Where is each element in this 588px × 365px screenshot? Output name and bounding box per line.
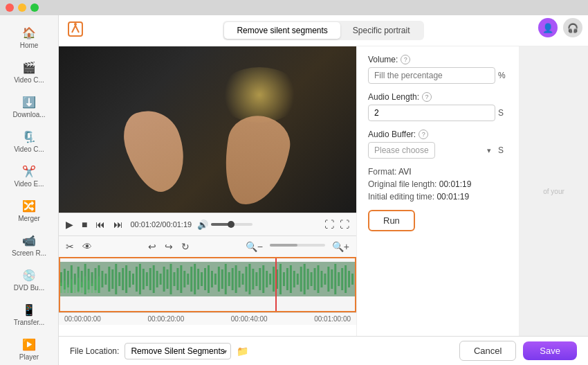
- audio-length-input[interactable]: [368, 105, 495, 121]
- svg-rect-30: [153, 265, 155, 293]
- sidebar-label-video-editor: Video E...: [14, 180, 44, 188]
- svg-rect-72: [297, 274, 299, 285]
- file-location-select[interactable]: Remove Silent Segments: [125, 343, 231, 359]
- svg-rect-90: [64, 281, 66, 293]
- sidebar-item-video-converter[interactable]: 🎬 Video C...: [0, 55, 58, 90]
- video-image: [59, 46, 356, 213]
- stop-button[interactable]: ■: [80, 217, 89, 231]
- sidebar-item-downloader[interactable]: ⬇️ Downloa...: [0, 90, 58, 125]
- audio-buffer-select-wrapper: Please choose: [368, 142, 495, 159]
- svg-rect-31: [156, 271, 158, 287]
- main-content: 👤 🎧 Remove silent segments Specific port…: [59, 15, 588, 365]
- svg-rect-76: [311, 272, 313, 286]
- minimize-button[interactable]: [18, 3, 26, 12]
- zoom-fill: [270, 244, 297, 247]
- save-button[interactable]: Save: [523, 341, 577, 360]
- svg-rect-69: [286, 268, 288, 290]
- right-panel: Volume: ? % Audio Length: ?: [356, 46, 519, 336]
- svg-rect-28: [146, 272, 148, 286]
- svg-rect-18: [111, 269, 113, 289]
- svg-rect-52: [228, 272, 230, 286]
- undo-button[interactable]: ↩: [147, 240, 158, 253]
- video-hand2-effect: [217, 111, 294, 211]
- merge-icon: 🔀: [22, 199, 36, 213]
- svg-rect-60: [255, 272, 257, 286]
- zoom-out-button[interactable]: 🔍−: [244, 240, 264, 253]
- run-button[interactable]: Run: [368, 210, 415, 231]
- sidebar-label-dvd: DVD Bu...: [14, 284, 44, 292]
- eye-button[interactable]: 👁: [81, 240, 93, 253]
- audio-buffer-select[interactable]: Please choose: [368, 142, 435, 159]
- svg-rect-71: [293, 271, 295, 287]
- audio-buffer-help-icon[interactable]: ?: [419, 130, 428, 139]
- dialog-header: Remove silent segments Specific portrait: [59, 15, 588, 46]
- volume-help-icon[interactable]: ?: [401, 55, 410, 64]
- volume-slider[interactable]: [211, 223, 252, 226]
- svg-rect-47: [211, 271, 213, 287]
- right-bg-text: of your: [543, 188, 564, 195]
- svg-rect-46: [208, 265, 210, 293]
- maximize-button[interactable]: [30, 3, 39, 12]
- sidebar-item-player[interactable]: ▶️ Player: [0, 332, 58, 365]
- svg-point-1: [74, 23, 77, 26]
- app-container: 🏠 Home 🎬 Video C... ⬇️ Downloa... 🗜️ Vid…: [0, 15, 588, 365]
- user-avatar[interactable]: 👤: [538, 18, 558, 37]
- fullscreen-button[interactable]: ⛶: [338, 217, 351, 231]
- timeline-marker-0: 00:00:00:00: [64, 315, 101, 323]
- close-button[interactable]: [6, 3, 14, 12]
- tab-remove-silent[interactable]: Remove silent segments: [224, 22, 340, 39]
- svg-rect-74: [304, 264, 306, 294]
- prev-button[interactable]: ⏮: [94, 217, 107, 231]
- svg-rect-32: [160, 274, 162, 285]
- volume-input[interactable]: [368, 67, 495, 84]
- svg-rect-70: [290, 265, 292, 293]
- zoom-slider[interactable]: [270, 244, 325, 247]
- cancel-button[interactable]: Cancel: [459, 341, 516, 361]
- sidebar-item-dvd[interactable]: 💿 DVD Bu...: [0, 263, 58, 298]
- sidebar-item-video-compressor[interactable]: 🗜️ Video C...: [0, 125, 58, 159]
- svg-rect-42: [194, 264, 196, 294]
- redo-button[interactable]: ↪: [163, 240, 174, 253]
- sidebar-item-merger[interactable]: 🔀 Merger: [0, 194, 58, 229]
- svg-rect-75: [307, 269, 309, 290]
- support-icon[interactable]: 🎧: [563, 18, 582, 37]
- play-button[interactable]: ▶: [64, 217, 75, 231]
- svg-rect-89: [60, 283, 62, 293]
- next-button[interactable]: ⏭: [112, 217, 125, 231]
- tab-specific-portrait[interactable]: Specific portrait: [340, 22, 423, 39]
- sidebar-label-screen-recorder: Screen R...: [12, 249, 46, 258]
- svg-rect-45: [204, 268, 206, 290]
- audio-length-help-icon[interactable]: ?: [422, 92, 432, 102]
- initial-editing-label: Initial editing time:: [368, 192, 434, 202]
- sidebar-item-transfer[interactable]: 📱 Transfer...: [0, 298, 58, 332]
- audio-buffer-field-group: Audio Buffer: ? Please choose S: [368, 130, 508, 159]
- sidebar-item-screen-recorder[interactable]: 📹 Screen R...: [0, 229, 58, 263]
- top-icons: 👤 🎧: [538, 18, 582, 37]
- waveform-container: [59, 257, 356, 312]
- svg-rect-7: [74, 274, 76, 285]
- svg-rect-85: [341, 268, 343, 290]
- edit-toolbar: ✂ 👁 ↩ ↪ ↻ 🔍− 🔍+: [59, 235, 356, 257]
- sidebar-item-video-editor[interactable]: ✂️ Video E...: [0, 159, 58, 194]
- redo2-button[interactable]: ↻: [180, 240, 191, 253]
- video-converter-icon: 🎬: [22, 61, 36, 74]
- playhead: [275, 258, 277, 311]
- svg-rect-98: [91, 283, 93, 293]
- svg-rect-93: [74, 283, 76, 293]
- video-light-effect: [218, 67, 301, 123]
- original-length-info: Original file length: 00:01:19: [368, 179, 508, 189]
- svg-rect-50: [221, 269, 223, 289]
- svg-rect-63: [266, 271, 268, 287]
- cut-button[interactable]: ✂: [64, 240, 75, 253]
- folder-button[interactable]: 📁: [237, 346, 248, 357]
- svg-rect-15: [101, 271, 103, 287]
- sidebar-item-home[interactable]: 🏠 Home: [0, 21, 58, 55]
- volume-field-group: Volume: ? %: [368, 55, 508, 84]
- volume-thumb: [228, 221, 235, 228]
- zoom-in-button[interactable]: 🔍+: [331, 240, 351, 253]
- svg-rect-24: [132, 274, 134, 285]
- timeline-marker-1: 00:00:20:00: [147, 315, 184, 323]
- fit-view-button[interactable]: ⛶: [323, 217, 336, 231]
- svg-rect-62: [262, 265, 264, 293]
- svg-rect-40: [187, 274, 189, 285]
